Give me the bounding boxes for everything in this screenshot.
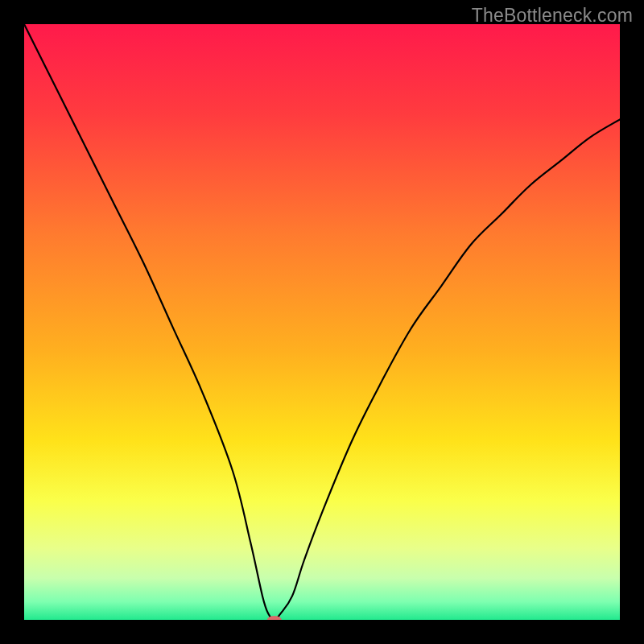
chart-frame: TheBottleneck.com xyxy=(0,0,644,644)
plot-area xyxy=(24,24,620,620)
gradient-background xyxy=(24,24,620,620)
bottleneck-chart xyxy=(24,24,620,620)
watermark-text: TheBottleneck.com xyxy=(472,5,633,27)
